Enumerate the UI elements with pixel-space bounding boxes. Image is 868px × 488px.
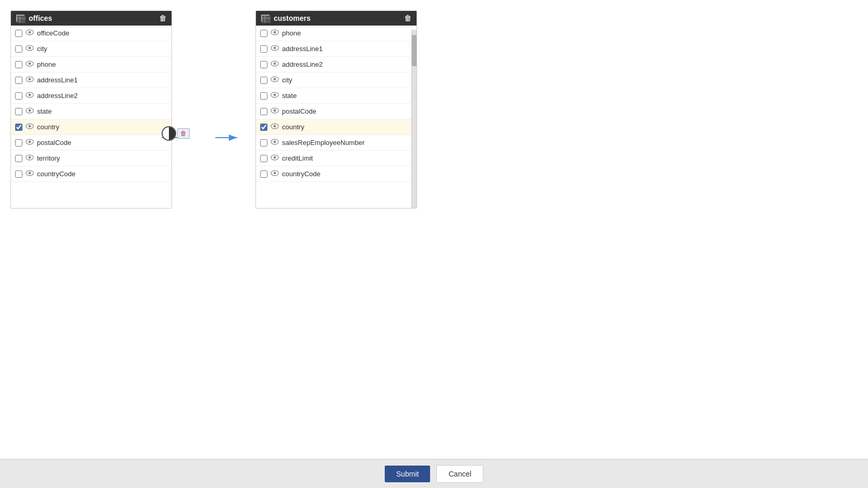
offices-table-body: officeCode city phone addressLine1 (11, 26, 172, 182)
customers-field-row: postalCode (256, 104, 417, 119)
svg-point-19 (29, 125, 31, 128)
customers-table-title: customers (274, 14, 311, 22)
customers-field-eye-4 (271, 92, 279, 100)
customers-field-name-4: state (282, 92, 297, 100)
customers-field-checkbox-4[interactable] (260, 92, 267, 100)
offices-field-eye-9 (26, 170, 34, 178)
customers-field-checkbox-8[interactable] (260, 155, 267, 162)
customers-field-checkbox-0[interactable] (260, 30, 267, 37)
customers-field-checkbox-1[interactable] (260, 45, 267, 53)
customers-field-name-9: countryCode (282, 170, 321, 178)
offices-field-eye-8 (26, 154, 34, 162)
customers-field-eye-3 (271, 76, 279, 84)
offices-field-name-4: addressLine2 (37, 92, 78, 100)
svg-point-40 (274, 109, 276, 112)
offices-field-checkbox-3[interactable] (15, 77, 22, 84)
customers-field-name-2: addressLine2 (282, 60, 323, 68)
submit-button[interactable]: Submit (385, 466, 431, 482)
customers-field-row: addressLine1 (256, 41, 417, 57)
customers-field-checkbox-2[interactable] (260, 61, 267, 68)
offices-field-checkbox-4[interactable] (15, 92, 22, 100)
offices-field-row: addressLine1 (11, 72, 172, 88)
offices-table-title: offices (29, 14, 52, 22)
svg-rect-26 (262, 16, 271, 23)
offices-field-row: country (11, 119, 172, 135)
customers-field-row: countryCode (256, 166, 417, 182)
customers-field-name-3: city (282, 76, 292, 84)
svg-point-44 (274, 141, 276, 143)
customers-table-header: customers 🗑 (256, 11, 417, 26)
offices-field-row: phone (11, 57, 172, 72)
customers-field-checkbox-7[interactable] (260, 139, 267, 147)
join-delete-button[interactable]: 🗑 (177, 128, 190, 139)
offices-field-name-0: officeCode (37, 29, 69, 37)
offices-field-eye-5 (26, 107, 34, 115)
customers-field-name-5: postalCode (282, 107, 316, 115)
offices-field-name-6: country (37, 123, 59, 131)
offices-field-name-2: phone (37, 60, 56, 68)
cancel-button[interactable]: Cancel (436, 465, 483, 483)
offices-header-left: offices (16, 14, 52, 22)
offices-field-name-3: addressLine1 (37, 76, 78, 84)
offices-field-checkbox-6[interactable] (15, 124, 22, 131)
offices-field-name-8: territory (37, 154, 60, 162)
customers-field-name-1: addressLine1 (282, 45, 323, 53)
svg-point-48 (274, 172, 276, 175)
svg-point-7 (29, 31, 31, 34)
offices-field-row: state (11, 104, 172, 119)
customers-field-checkbox-5[interactable] (260, 108, 267, 115)
offices-field-eye-7 (26, 139, 34, 147)
customers-field-name-0: phone (282, 29, 301, 37)
offices-delete-icon[interactable]: 🗑 (159, 14, 166, 22)
customers-field-eye-8 (271, 154, 279, 162)
offices-field-eye-4 (26, 92, 34, 100)
svg-point-36 (274, 78, 276, 81)
svg-point-38 (274, 94, 276, 96)
offices-field-name-5: state (37, 107, 52, 115)
offices-field-row: territory (11, 151, 172, 166)
offices-field-checkbox-9[interactable] (15, 170, 22, 178)
customers-field-eye-7 (271, 139, 279, 147)
customers-field-eye-6 (271, 123, 279, 131)
customers-field-eye-1 (271, 45, 279, 53)
offices-field-checkbox-2[interactable] (15, 61, 22, 68)
offices-field-eye-6 (26, 123, 34, 131)
customers-scrollbar-thumb[interactable] (412, 35, 417, 66)
customers-field-row: addressLine2 (256, 57, 417, 72)
footer: Submit Cancel (0, 459, 868, 488)
offices-field-checkbox-5[interactable] (15, 108, 22, 115)
svg-point-42 (274, 125, 276, 128)
svg-point-13 (29, 78, 31, 81)
customers-field-row: creditLimit (256, 151, 417, 166)
customers-field-checkbox-3[interactable] (260, 77, 267, 84)
customers-field-name-6: country (282, 123, 304, 131)
offices-field-row: officeCode (11, 26, 172, 41)
svg-rect-3 (17, 16, 26, 23)
offices-field-checkbox-0[interactable] (15, 30, 22, 37)
customers-field-eye-0 (271, 29, 279, 37)
customers-field-eye-9 (271, 170, 279, 178)
offices-field-checkbox-8[interactable] (15, 155, 22, 162)
offices-field-checkbox-7[interactable] (15, 139, 22, 147)
customers-field-checkbox-6[interactable] (260, 124, 267, 131)
offices-field-row: addressLine2 (11, 88, 172, 104)
svg-point-15 (29, 94, 31, 96)
customers-field-row: city (256, 72, 417, 88)
offices-field-checkbox-1[interactable] (15, 45, 22, 53)
customers-field-checkbox-9[interactable] (260, 170, 267, 178)
offices-field-name-9: countryCode (37, 170, 76, 178)
customers-delete-icon[interactable]: 🗑 (404, 14, 411, 22)
customers-header-left: customers (261, 14, 311, 22)
customers-scrollbar-track[interactable] (411, 30, 417, 208)
svg-point-23 (29, 156, 31, 159)
offices-field-eye-1 (26, 45, 34, 53)
connection-area (172, 10, 255, 209)
offices-table-header: offices 🗑 (11, 11, 172, 26)
svg-point-9 (29, 47, 31, 50)
svg-point-46 (274, 156, 276, 159)
offices-table-icon (16, 15, 25, 22)
customers-field-row: country (256, 119, 417, 135)
svg-point-25 (29, 172, 31, 175)
customers-table-icon (261, 15, 270, 22)
offices-field-row: postalCode (11, 135, 172, 151)
